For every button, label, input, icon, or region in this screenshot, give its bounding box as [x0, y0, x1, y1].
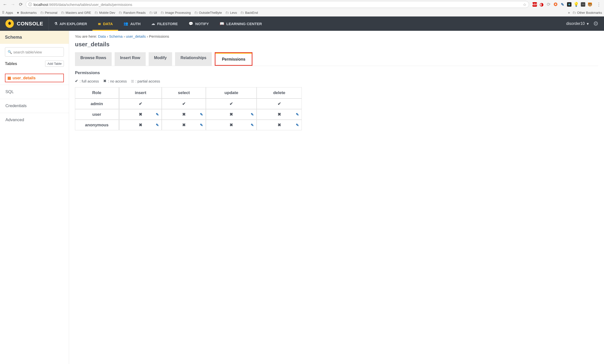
tab-modify[interactable]: Modify — [149, 52, 172, 66]
nav-back-button[interactable]: ← — [2, 1, 8, 7]
edit-pencil-icon[interactable] — [251, 112, 254, 117]
user-menu[interactable]: disorder10 ▾ — [566, 21, 589, 26]
folder-icon: 🗀 — [160, 11, 164, 15]
bookmark-item[interactable]: ⠿Apps — [2, 11, 13, 15]
edit-pencil-icon[interactable] — [296, 123, 299, 127]
ublock-extension-icon[interactable]: ◑ — [539, 2, 544, 7]
nav-item-filestore[interactable]: ☁FILESTORE — [146, 17, 183, 31]
bookmark-item[interactable]: 🗀OutsideTheByte — [194, 11, 222, 15]
tab-insert-row[interactable]: Insert Row — [115, 52, 146, 66]
sidebar-link-advanced[interactable]: Advanced — [0, 113, 69, 127]
chat-icon: 💬 — [189, 21, 193, 26]
sidebar-title: Schema — [0, 31, 69, 44]
folder-icon: 🗀 — [194, 11, 198, 15]
bookmark-label: Masters and GRE — [66, 11, 91, 15]
search-input[interactable]: 🔍 search table/view — [5, 47, 64, 57]
column-header: select — [162, 87, 206, 99]
permission-cell[interactable] — [162, 109, 206, 120]
tab-label: Insert Row — [120, 56, 140, 60]
breadcrumb-prefix: You are here: — [75, 34, 98, 38]
cloud-icon: ☁ — [151, 21, 155, 26]
column-header: Role — [75, 87, 119, 99]
sidebar-table-user_details[interactable]: ▦ user_details — [5, 74, 64, 82]
extension-icon[interactable]: ✪ — [553, 2, 558, 7]
edit-pencil-icon[interactable] — [251, 123, 254, 127]
search-icon: 🔍 — [8, 50, 12, 54]
edit-pencil-icon[interactable] — [200, 123, 203, 127]
legend-full: : full access — [75, 79, 99, 83]
edit-pencil-icon[interactable] — [200, 112, 203, 117]
bookmark-item[interactable]: 🗀UI — [149, 11, 157, 15]
overflow-chevron-icon[interactable]: » — [568, 11, 570, 15]
legend-none: : no access — [103, 79, 127, 83]
extension-icon[interactable]: ⋯ — [581, 2, 585, 7]
brand-logo[interactable]: CONSOLE — [0, 17, 49, 31]
edit-pencil-icon[interactable] — [296, 112, 299, 117]
permission-cell[interactable] — [206, 109, 257, 120]
nav-reload-button[interactable]: ⟳ — [18, 1, 24, 7]
permission-cell[interactable] — [257, 109, 302, 120]
tab-permissions[interactable]: Permissions — [215, 52, 252, 66]
extension-icon[interactable]: ⟳ — [546, 2, 551, 7]
folder-icon: 🗀 — [149, 11, 153, 15]
edit-pencil-icon[interactable] — [156, 123, 159, 127]
bookmark-item[interactable]: 🗀Image Processing — [160, 11, 191, 15]
column-header: delete — [257, 87, 302, 99]
address-bar[interactable]: ⓘ localhost:9695/data/schema/tables/user… — [26, 1, 529, 8]
bookmark-item[interactable]: ★Bookmarks — [17, 11, 37, 15]
chrome-menu-icon[interactable]: ⋮ — [596, 2, 602, 7]
permission-cell[interactable] — [119, 109, 162, 120]
bookmark-item[interactable]: 🗀Personal — [40, 11, 57, 15]
permission-cell[interactable] — [119, 120, 162, 130]
permission-cell[interactable] — [206, 120, 257, 130]
section-title: Permissions — [75, 70, 598, 75]
extension-icon[interactable]: 💡 — [574, 2, 578, 7]
sidebar-link-sql[interactable]: SQL — [0, 85, 69, 99]
x-icon — [230, 112, 233, 117]
nav-label: LEARNING CENTER — [226, 22, 262, 26]
nav-item-notify[interactable]: 💬NOTIFY — [183, 17, 214, 31]
users-icon: 👥 — [124, 21, 128, 26]
sidebar-link-credentials[interactable]: Credentials — [0, 99, 69, 113]
edit-pencil-icon[interactable] — [156, 112, 159, 117]
check-icon — [75, 79, 78, 83]
bookmark-star-icon[interactable]: ☆ — [523, 2, 526, 7]
tab-label: Permissions — [215, 53, 252, 65]
breadcrumb-link[interactable]: user_details — [126, 34, 146, 38]
site-info-icon[interactable]: ⓘ — [28, 2, 32, 7]
other-bookmarks[interactable]: 🗀 Other Bookmarks — [572, 11, 602, 15]
x-icon — [230, 123, 233, 127]
bookmark-item[interactable]: 🗀BackEnd — [240, 11, 258, 15]
permission-cell[interactable] — [257, 120, 302, 130]
brand-logo-mark — [5, 19, 14, 28]
nav-item-auth[interactable]: 👥AUTH — [118, 17, 146, 31]
role-cell: admin — [75, 99, 119, 109]
add-table-button[interactable]: Add Table — [45, 61, 64, 67]
bookmark-item[interactable]: 🗀Mobile Dev — [94, 11, 115, 15]
abp-extension-icon[interactable]: ABP — [533, 2, 537, 7]
table-icon: ▦ — [7, 76, 11, 80]
nav-forward-button[interactable]: → — [10, 1, 16, 7]
column-header: insert — [119, 87, 162, 99]
permission-cell — [206, 99, 257, 109]
bookmark-item[interactable]: 🗀Levo — [225, 11, 237, 15]
bookmark-label: OutsideTheByte — [199, 11, 222, 15]
nav-item-data[interactable]: ≣DATA — [92, 17, 118, 31]
breadcrumb-link[interactable]: Schema — [109, 34, 123, 38]
tab-label: Browse Rows — [80, 56, 106, 60]
bookmark-item[interactable]: 🗀Random Reads — [119, 11, 145, 15]
permission-cell[interactable] — [162, 120, 206, 130]
settings-gear-icon[interactable]: ⚙ — [593, 20, 599, 27]
react-devtools-icon[interactable]: ⚛ — [567, 2, 571, 7]
extension-icon[interactable]: 🐯 — [588, 2, 592, 7]
body: Schema 🔍 search table/view Tables Add Ta… — [0, 31, 604, 364]
breadcrumb-link[interactable]: Data — [98, 34, 106, 38]
tab-browse-rows[interactable]: Browse Rows — [75, 52, 112, 66]
tab-relationships[interactable]: Relationships — [175, 52, 212, 66]
nav-item-api-explorer[interactable]: ⚗API EXPLORER — [49, 17, 92, 31]
nav-item-learning-center[interactable]: 📖LEARNING CENTER — [214, 17, 267, 31]
sidebar: Schema 🔍 search table/view Tables Add Ta… — [0, 31, 69, 364]
bookmark-item[interactable]: 🗀Masters and GRE — [61, 11, 91, 15]
tab-label: Modify — [154, 56, 167, 60]
eyedropper-extension-icon[interactable]: ✎ — [560, 2, 565, 7]
